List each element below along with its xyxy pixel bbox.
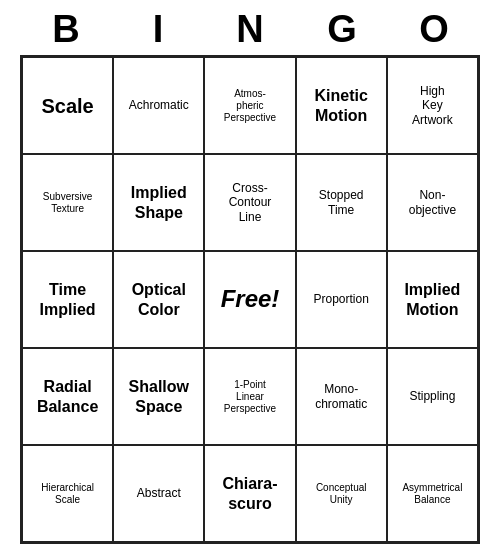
letter-o: O [404,8,464,51]
bingo-cell-13: Proportion [296,251,387,348]
bingo-cell-15: Radial Balance [22,348,113,445]
letter-b: B [36,8,96,51]
bingo-cell-19: Stippling [387,348,478,445]
bingo-header: B I N G O [20,0,480,55]
bingo-cell-11: Optical Color [113,251,204,348]
letter-g: G [312,8,372,51]
bingo-cell-7: Cross- Contour Line [204,154,295,251]
bingo-cell-1: Achromatic [113,57,204,154]
bingo-cell-22: Chiara- scuro [204,445,295,542]
bingo-cell-14: Implied Motion [387,251,478,348]
bingo-cell-16: Shallow Space [113,348,204,445]
bingo-cell-23: Conceptual Unity [296,445,387,542]
bingo-cell-24: Asymmetrical Balance [387,445,478,542]
bingo-cell-6: Implied Shape [113,154,204,251]
bingo-cell-4: High Key Artwork [387,57,478,154]
bingo-cell-0: Scale [22,57,113,154]
letter-i: I [128,8,188,51]
bingo-grid: ScaleAchromaticAtmos- pheric Perspective… [20,55,480,544]
bingo-cell-5: Subversive Texture [22,154,113,251]
bingo-cell-17: 1-Point Linear Perspective [204,348,295,445]
bingo-cell-3: Kinetic Motion [296,57,387,154]
bingo-cell-9: Non- objective [387,154,478,251]
bingo-cell-2: Atmos- pheric Perspective [204,57,295,154]
letter-n: N [220,8,280,51]
bingo-cell-10: Time Implied [22,251,113,348]
bingo-cell-8: Stopped Time [296,154,387,251]
bingo-cell-20: Hierarchical Scale [22,445,113,542]
bingo-cell-12: Free! [204,251,295,348]
bingo-cell-18: Mono- chromatic [296,348,387,445]
bingo-cell-21: Abstract [113,445,204,542]
